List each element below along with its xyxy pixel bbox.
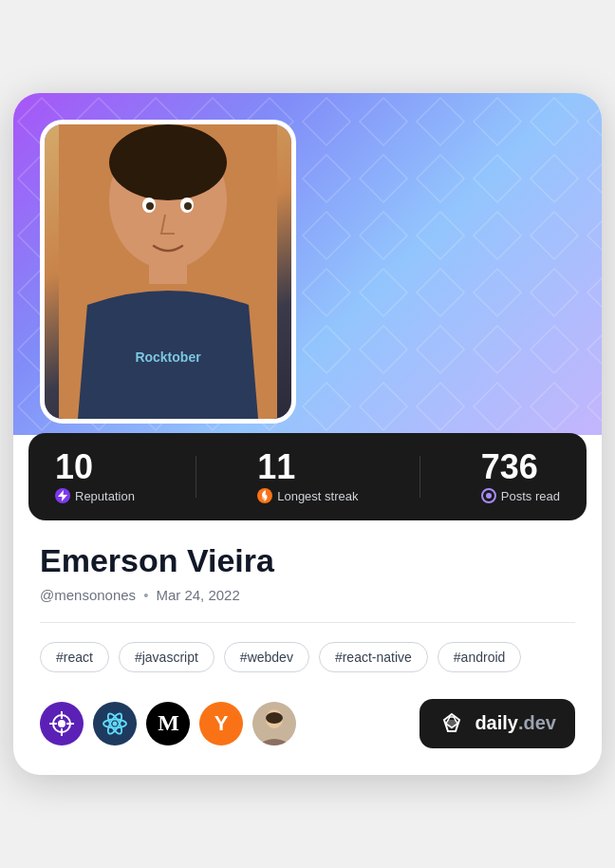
- svg-point-21: [266, 712, 283, 724]
- profile-info: Emerson Vieira @mensonones • Mar 24, 202…: [13, 520, 602, 602]
- profile-username: @mensonones: [40, 587, 136, 603]
- daily-dev-badge[interactable]: daily.dev: [419, 699, 575, 748]
- streak-label: Longest streak: [257, 488, 358, 503]
- stat-reputation: 10 Reputation: [55, 450, 135, 503]
- avatar: Rocktober: [45, 124, 291, 419]
- tag-webdev[interactable]: #webdev: [224, 642, 309, 672]
- reputation-icon: [55, 488, 70, 503]
- reputation-value: 10: [55, 450, 93, 484]
- source-icons: M Y: [40, 702, 296, 745]
- source-yc[interactable]: Y: [199, 702, 243, 745]
- svg-point-2: [109, 124, 227, 200]
- reputation-label: Reputation: [55, 488, 135, 503]
- daily-dev-text: daily.dev: [475, 712, 556, 734]
- stat-divider-2: [419, 456, 420, 498]
- avatar-wrapper: Rocktober: [40, 120, 296, 424]
- profile-meta: @mensonones • Mar 24, 2022: [40, 587, 575, 603]
- streak-icon: [257, 488, 272, 503]
- posts-icon: [481, 488, 496, 503]
- stat-divider-1: [196, 456, 196, 498]
- stat-posts: 736 Posts read: [481, 450, 560, 503]
- avatar-silhouette: Rocktober: [59, 124, 277, 419]
- profile-name: Emerson Vieira: [40, 543, 575, 578]
- svg-point-8: [184, 202, 192, 210]
- posts-value: 736: [481, 450, 538, 484]
- source-react[interactable]: [93, 702, 137, 745]
- tag-android[interactable]: #android: [438, 642, 522, 672]
- svg-text:Rocktober: Rocktober: [135, 349, 201, 365]
- stats-bar: 10 Reputation 11 Long: [28, 433, 587, 520]
- source-crosshair[interactable]: [40, 702, 84, 745]
- svg-rect-3: [149, 255, 187, 284]
- profile-banner: Rocktober: [13, 93, 602, 435]
- svg-point-7: [146, 202, 154, 210]
- svg-point-10: [58, 720, 65, 727]
- posts-label: Posts read: [481, 488, 560, 503]
- source-medium[interactable]: M: [146, 702, 190, 745]
- streak-value: 11: [257, 450, 295, 484]
- meta-separator: •: [143, 587, 148, 603]
- profile-card: Rocktober 10: [13, 93, 602, 774]
- daily-dev-logo-icon: [438, 710, 465, 737]
- tag-react-native[interactable]: #react-native: [319, 642, 428, 672]
- source-person[interactable]: [252, 702, 296, 745]
- profile-join-date: Mar 24, 2022: [156, 587, 239, 603]
- svg-point-18: [113, 721, 118, 726]
- bottom-section: M Y daily.dev: [13, 680, 602, 775]
- tags-section: #react #javascript #webdev #react-native…: [13, 642, 602, 672]
- section-divider: [40, 622, 575, 623]
- tag-javascript[interactable]: #javascript: [119, 642, 214, 672]
- stat-streak: 11 Longest streak: [257, 450, 358, 503]
- tag-react[interactable]: #react: [40, 642, 109, 672]
